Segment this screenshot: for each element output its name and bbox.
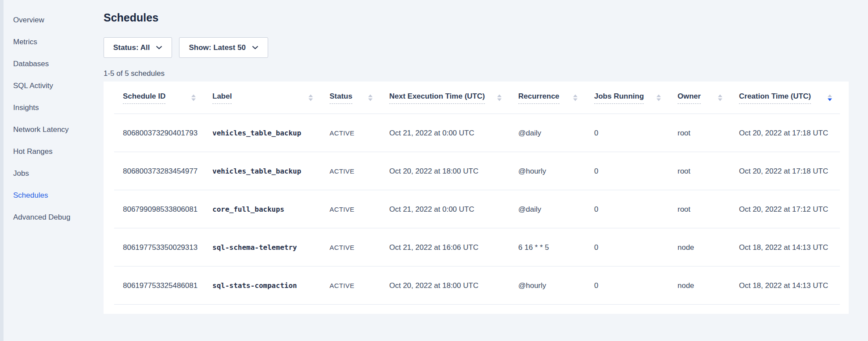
sidebar-item-databases[interactable]: Databases	[4, 53, 104, 75]
results-count: 1-5 of 5 schedules	[104, 69, 165, 78]
cell-creation-time: Oct 20, 2022 at 17:12 UTC	[739, 190, 849, 228]
cell-jobs-running: 0	[594, 152, 678, 190]
column-header-next-execution[interactable]: Next Execution Time (UTC)	[389, 82, 518, 114]
cell-next-execution: Oct 21, 2022 at 0:00 UTC	[389, 190, 518, 228]
column-header-status[interactable]: Status	[330, 82, 389, 114]
table-header-row: Schedule ID Label Status Next Execution …	[104, 82, 849, 114]
sidebar-item-hot-ranges[interactable]: Hot Ranges	[4, 141, 104, 163]
cell-jobs-running: 0	[594, 266, 678, 305]
sidebar-item-schedules[interactable]: Schedules	[4, 185, 104, 206]
table-row: 806800373283454977 vehicles_table_backup…	[104, 152, 849, 190]
cell-owner: root	[678, 190, 739, 228]
cell-creation-time: Oct 18, 2022 at 14:13 UTC	[739, 266, 849, 305]
cell-label: sql-schema-telemetry	[212, 228, 330, 266]
cell-label: vehicles_table_backup	[212, 114, 330, 152]
cell-creation-time: Oct 18, 2022 at 14:13 UTC	[739, 228, 849, 266]
cell-schedule-id: 806799098533806081	[104, 190, 212, 228]
sidebar-item-network-latency[interactable]: Network Latency	[4, 119, 104, 141]
status-filter-label: Status: All	[113, 43, 150, 52]
column-header-creation-time[interactable]: Creation Time (UTC)	[739, 82, 849, 114]
cell-recurrence: @hourly	[518, 266, 594, 305]
cell-schedule-id: 806800373283454977	[104, 152, 212, 190]
cell-owner: root	[678, 152, 739, 190]
cell-jobs-running: 0	[594, 114, 678, 152]
table-row: 806197753325486081 sql-stats-compaction …	[104, 266, 849, 305]
cell-creation-time: Oct 20, 2022 at 17:18 UTC	[739, 152, 849, 190]
filter-bar: Status: All Show: Latest 50	[104, 37, 268, 58]
column-header-label: Recurrence	[518, 92, 560, 104]
cell-schedule-id: 806800373290401793	[104, 114, 212, 152]
sidebar-item-advanced-debug[interactable]: Advanced Debug	[4, 206, 104, 228]
sidebar-nav: Overview Metrics Databases SQL Activity …	[4, 0, 104, 228]
sort-arrows-icon	[308, 95, 313, 101]
table-row: 806800373290401793 vehicles_table_backup…	[104, 114, 849, 152]
cell-status: ACTIVE	[330, 152, 389, 190]
column-header-label: Owner	[678, 92, 701, 104]
cell-recurrence: @hourly	[518, 152, 594, 190]
sort-arrows-icon	[573, 95, 577, 101]
cell-owner: node	[678, 266, 739, 305]
cell-status: ACTIVE	[330, 114, 389, 152]
column-header-owner[interactable]: Owner	[678, 82, 739, 114]
column-header-schedule-id[interactable]: Schedule ID	[104, 82, 212, 114]
cell-next-execution: Oct 20, 2022 at 18:00 UTC	[389, 266, 518, 305]
cell-label: core_full_backups	[212, 190, 330, 228]
cell-recurrence: @daily	[518, 114, 594, 152]
table-row: 806197753350029313 sql-schema-telemetry …	[104, 228, 849, 266]
column-header-label: Status	[330, 92, 352, 104]
cell-status: ACTIVE	[330, 190, 389, 228]
sort-arrows-icon	[656, 95, 661, 101]
sort-arrows-icon	[368, 95, 373, 101]
column-header-label[interactable]: Label	[212, 82, 330, 114]
cell-owner: node	[678, 228, 739, 266]
chevron-down-icon	[156, 46, 162, 50]
sort-arrows-icon	[718, 95, 722, 101]
chevron-down-icon	[252, 46, 258, 50]
cell-recurrence: @daily	[518, 190, 594, 228]
cell-schedule-id: 806197753350029313	[104, 228, 212, 266]
page-title: Schedules	[104, 11, 158, 24]
sort-arrows-icon	[497, 95, 502, 101]
sort-arrow-down-active-icon	[828, 95, 832, 101]
cell-label: sql-stats-compaction	[212, 266, 330, 305]
column-header-label: Next Execution Time (UTC)	[389, 92, 485, 104]
status-filter-dropdown[interactable]: Status: All	[104, 37, 172, 58]
sidebar-item-sql-activity[interactable]: SQL Activity	[4, 75, 104, 97]
cell-status: ACTIVE	[330, 228, 389, 266]
sort-arrows-icon	[191, 95, 196, 101]
cell-schedule-id: 806197753325486081	[104, 266, 212, 305]
cell-next-execution: Oct 21, 2022 at 16:06 UTC	[389, 228, 518, 266]
cell-jobs-running: 0	[594, 228, 678, 266]
sidebar-item-overview[interactable]: Overview	[4, 9, 104, 31]
cell-creation-time: Oct 20, 2022 at 17:18 UTC	[739, 114, 849, 152]
show-filter-label: Show: Latest 50	[189, 43, 245, 52]
cell-next-execution: Oct 21, 2022 at 0:00 UTC	[389, 114, 518, 152]
column-header-label: Schedule ID	[123, 92, 165, 104]
cell-jobs-running: 0	[594, 190, 678, 228]
cell-status: ACTIVE	[330, 266, 389, 305]
sidebar-item-insights[interactable]: Insights	[4, 97, 104, 119]
sidebar-item-jobs[interactable]: Jobs	[4, 163, 104, 185]
window-left-edge	[0, 0, 4, 341]
cell-recurrence: 6 16 * * 5	[518, 228, 594, 266]
cell-next-execution: Oct 20, 2022 at 18:00 UTC	[389, 152, 518, 190]
column-header-label: Jobs Running	[594, 92, 644, 104]
column-header-recurrence[interactable]: Recurrence	[518, 82, 594, 114]
cell-owner: root	[678, 114, 739, 152]
cell-label: vehicles_table_backup	[212, 152, 330, 190]
table-row: 806799098533806081 core_full_backups ACT…	[104, 190, 849, 228]
sidebar-item-metrics[interactable]: Metrics	[4, 31, 104, 53]
column-header-label: Label	[212, 92, 232, 104]
column-header-label: Creation Time (UTC)	[739, 92, 811, 104]
show-filter-dropdown[interactable]: Show: Latest 50	[179, 37, 268, 58]
column-header-jobs-running[interactable]: Jobs Running	[594, 82, 678, 114]
schedules-table: Schedule ID Label Status Next Execution …	[104, 82, 849, 314]
